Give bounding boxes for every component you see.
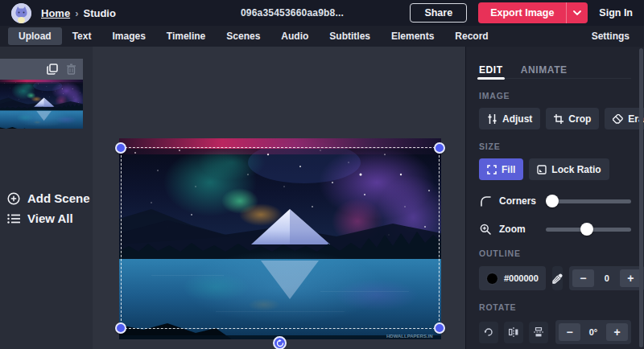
- studio-app: Home › Studio 096a35453660aa9b8... Share…: [0, 0, 644, 349]
- panel-tab-edit[interactable]: EDIT: [479, 64, 503, 78]
- aspect-ratio-icon: [537, 165, 547, 174]
- rotate-decrease-button[interactable]: −: [559, 323, 580, 341]
- resize-handle-top-left[interactable]: [115, 142, 126, 154]
- color-swatch: [486, 273, 498, 285]
- rotate-90-button[interactable]: [479, 322, 498, 343]
- export-image-button[interactable]: Export Image: [478, 2, 588, 23]
- view-all-button[interactable]: View All: [7, 211, 73, 225]
- crop-button[interactable]: Crop: [546, 108, 599, 129]
- rotate-arrow-icon: [484, 327, 493, 337]
- scene-toolbar: [0, 59, 83, 80]
- corners-slider-thumb[interactable]: [546, 195, 559, 207]
- tab-images[interactable]: Images: [101, 27, 155, 45]
- outline-width-value: 0: [596, 273, 618, 283]
- fill-label: Fill: [502, 164, 515, 175]
- document-id: 096a35453660aa9b8...: [241, 7, 344, 18]
- zoom-slider-thumb[interactable]: [580, 223, 593, 236]
- zoom-label: Zoom: [499, 224, 546, 235]
- zoom-slider[interactable]: [546, 222, 631, 236]
- flip-horizontal-button[interactable]: [504, 322, 523, 343]
- flip-vertical-icon: [534, 327, 543, 337]
- tab-text[interactable]: Text: [62, 27, 102, 45]
- panel-scrollbar[interactable]: [639, 48, 643, 347]
- tab-elements[interactable]: Elements: [381, 27, 444, 45]
- sliders-icon: [487, 114, 497, 124]
- adjust-label: Adjust: [502, 113, 532, 125]
- resize-handle-bottom-right[interactable]: [434, 322, 445, 334]
- crop-icon: [554, 114, 564, 124]
- rotate-increase-button[interactable]: +: [606, 323, 628, 341]
- image-section-label: IMAGE: [479, 91, 631, 101]
- outline-section-label: OUTLINE: [479, 248, 631, 258]
- tab-scenes[interactable]: Scenes: [216, 27, 270, 45]
- add-scene-button[interactable]: Add Scene: [7, 191, 90, 205]
- mascot-logo-icon[interactable]: [11, 3, 31, 23]
- zoom-row: Zoom: [479, 222, 631, 236]
- duplicate-icon[interactable]: [47, 64, 58, 75]
- settings-button[interactable]: Settings: [585, 27, 636, 45]
- scene-thumbnail-image: [0, 80, 83, 129]
- flip-horizontal-icon: [509, 327, 518, 337]
- tab-record[interactable]: Record: [444, 27, 498, 45]
- resize-handle-top-right[interactable]: [434, 142, 445, 154]
- rotate-icon: [276, 339, 284, 347]
- mascot-icon: [11, 3, 31, 23]
- size-buttons-row: Fill Lock Ratio: [479, 158, 631, 180]
- rotate-section-label: ROTATE: [479, 302, 631, 312]
- rotate-angle-stepper: − 0° +: [555, 320, 631, 344]
- adjust-button[interactable]: Adjust: [479, 108, 540, 129]
- topbar-actions: Share Export Image Sign In: [410, 2, 633, 23]
- plus-circle-icon: [7, 192, 20, 205]
- edit-panel: EDIT ANIMATE IMAGE Adjust Crop: [465, 47, 644, 349]
- magnifier-plus-icon: [480, 224, 491, 235]
- outline-width-stepper: − 0 +: [569, 266, 644, 290]
- eyedropper-icon: [552, 273, 563, 284]
- size-section-label: SIZE: [479, 142, 631, 151]
- scenes-sidebar: Add Scene View All: [0, 47, 93, 349]
- breadcrumb: Home › Studio: [41, 7, 116, 19]
- tab-subtitles[interactable]: Subtitles: [319, 27, 381, 45]
- scene-card: [0, 59, 83, 129]
- rotate-angle-value: 0°: [582, 327, 605, 337]
- resize-handle-bottom-left[interactable]: [115, 322, 126, 334]
- selected-image[interactable]: [119, 138, 441, 339]
- tab-audio[interactable]: Audio: [270, 27, 319, 45]
- trash-icon[interactable]: [66, 64, 76, 75]
- eraser-icon: [613, 114, 623, 124]
- outline-width-decrease-button[interactable]: −: [572, 269, 594, 287]
- crop-label: Crop: [568, 113, 591, 125]
- corners-label: Corners: [499, 195, 546, 207]
- breadcrumb-separator: ›: [75, 7, 78, 19]
- export-options-button[interactable]: [567, 2, 588, 23]
- top-bar: Home › Studio 096a35453660aa9b8... Share…: [0, 0, 644, 26]
- fill-button[interactable]: Fill: [479, 158, 523, 180]
- canvas-area[interactable]: [93, 47, 465, 349]
- eyedropper-button[interactable]: [552, 266, 563, 290]
- fill-expand-icon: [487, 165, 497, 174]
- view-all-label: View All: [27, 211, 73, 225]
- outline-width-increase-button[interactable]: +: [620, 269, 642, 287]
- rotation-handle[interactable]: [273, 336, 287, 349]
- breadcrumb-current: Studio: [83, 7, 115, 19]
- corners-row: Corners: [479, 194, 631, 208]
- corner-radius-icon: [481, 196, 491, 207]
- outline-color-hex: #000000: [504, 273, 539, 283]
- outline-color-button[interactable]: #000000: [479, 266, 546, 290]
- erase-button[interactable]: Erase: [605, 108, 644, 129]
- export-image-label[interactable]: Export Image: [478, 2, 566, 23]
- lock-ratio-label: Lock Ratio: [551, 164, 601, 175]
- share-button[interactable]: Share: [410, 3, 467, 23]
- breadcrumb-home-link[interactable]: Home: [41, 7, 70, 19]
- flip-vertical-button[interactable]: [529, 322, 548, 343]
- add-scene-label: Add Scene: [27, 191, 90, 205]
- scene-thumbnail[interactable]: [0, 80, 83, 129]
- tab-timeline[interactable]: Timeline: [156, 27, 216, 45]
- panel-tab-animate[interactable]: ANIMATE: [521, 64, 568, 78]
- rotate-row: − 0° +: [479, 320, 631, 344]
- tab-upload[interactable]: Upload: [8, 27, 62, 45]
- lock-ratio-button[interactable]: Lock Ratio: [529, 158, 609, 180]
- panel-tabs: EDIT ANIMATE: [479, 47, 631, 79]
- outline-row: #000000 − 0 +: [479, 266, 631, 290]
- sign-in-button[interactable]: Sign In: [599, 7, 633, 18]
- corners-slider[interactable]: [546, 194, 631, 208]
